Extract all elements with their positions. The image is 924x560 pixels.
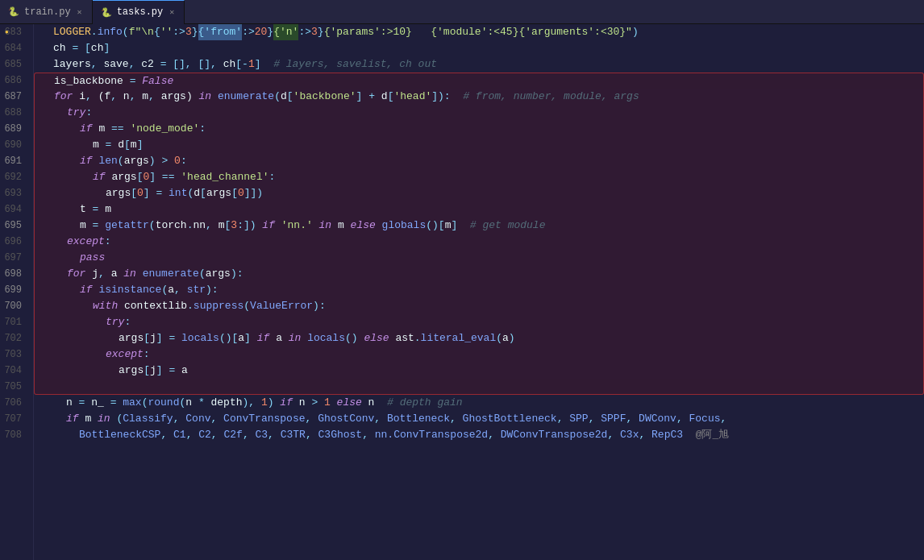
- line-692: 692: [3, 169, 27, 185]
- tab-label-2: tasks.py: [117, 6, 164, 18]
- line-686: 686: [3, 73, 27, 89]
- code-line-696: except:: [34, 234, 924, 250]
- code-line-708: BottleneckCSP, C1, C2, C2f, C3, C3TR, C3…: [34, 427, 924, 443]
- line-687: 687: [3, 89, 27, 105]
- code-line-706: n = n_ = max(round(n * depth), 1) if n >…: [34, 395, 924, 411]
- line-689: 689: [3, 121, 27, 137]
- line-numbers: 683 684 685 686 687 688 689 690 691 692 …: [0, 24, 34, 560]
- code-line-703: except:: [34, 346, 924, 363]
- line-702: 702: [3, 330, 27, 346]
- line-688: 688: [3, 105, 27, 121]
- line-685: 685: [3, 56, 27, 73]
- code-line-702: args[j] = locals()[a] if a in locals() e…: [34, 330, 924, 346]
- line-708: 708: [3, 427, 27, 443]
- line-694: 694: [3, 201, 27, 218]
- code-line-691: if len(args) > 0:: [34, 153, 924, 169]
- line-696: 696: [3, 234, 27, 250]
- line-704: 704: [3, 363, 27, 379]
- line-699: 699: [3, 282, 27, 298]
- line-693: 693: [3, 185, 27, 201]
- code-line-695: m = getattr(torch.nn, m[3:]) if 'nn.' in…: [34, 218, 924, 234]
- py-icon-1: 🐍: [8, 6, 19, 17]
- tab-close-1[interactable]: ✕: [76, 6, 84, 18]
- tab-tasks-py[interactable]: 🐍 tasks.py ✕: [93, 0, 185, 24]
- code-area[interactable]: LOGGER.info(f"\n{'':>3}{'from':>20}{'n':…: [34, 24, 924, 560]
- code-line-683: LOGGER.info(f"\n{'':>3}{'from':>20}{'n':…: [34, 24, 924, 40]
- code-line-700: with contextlib.suppress(ValueError):: [34, 298, 924, 314]
- code-line-698: for j, a in enumerate(args):: [34, 266, 924, 282]
- py-icon-2: 🐍: [101, 7, 112, 18]
- code-line-694: t = m: [34, 201, 924, 218]
- code-line-690: m = d[m]: [34, 137, 924, 153]
- line-706: 706: [3, 395, 27, 411]
- line-684: 684: [3, 40, 27, 56]
- tab-train-py[interactable]: 🐍 train.py ✕: [0, 0, 93, 24]
- line-705: 705: [3, 379, 27, 395]
- line-703: 703: [3, 346, 27, 363]
- code-line-697: pass: [34, 250, 924, 266]
- code-line-701: try:: [34, 314, 924, 330]
- code-line-699: if isinstance(a, str):: [34, 282, 924, 298]
- code-line-692: if args[0] == 'head_channel':: [34, 169, 924, 185]
- editor: 683 684 685 686 687 688 689 690 691 692 …: [0, 24, 924, 560]
- line-697: 697: [3, 250, 27, 266]
- code-line-687: for i, (f, n, m, args) in enumerate(d['b…: [34, 89, 924, 105]
- code-line-705: [34, 379, 924, 395]
- line-700: 700: [3, 298, 27, 314]
- tab-label-1: train.py: [24, 6, 71, 18]
- line-698: 698: [3, 266, 27, 282]
- line-701: 701: [3, 314, 27, 330]
- code-line-693: args[0] = int(d[args[0]]): [34, 185, 924, 201]
- line-691: 691: [3, 153, 27, 169]
- tab-bar: 🐍 train.py ✕ 🐍 tasks.py ✕: [0, 0, 924, 24]
- code-line-704: args[j] = a: [34, 363, 924, 379]
- line-690: 690: [3, 137, 27, 153]
- code-line-685: layers, save, c2 = [], [], ch[-1] # laye…: [34, 56, 924, 73]
- code-line-686: is_backbone = False: [34, 73, 924, 89]
- code-line-684: ch = [ch]: [34, 40, 924, 56]
- tab-close-2[interactable]: ✕: [168, 6, 176, 18]
- line-695: 695: [3, 218, 27, 234]
- line-707: 707: [3, 411, 27, 427]
- code-line-688: try:: [34, 105, 924, 121]
- code-line-689: if m == 'node_mode':: [34, 121, 924, 137]
- line-683: 683: [3, 24, 27, 40]
- code-line-707: if m in (Classify, Conv, ConvTranspose, …: [34, 411, 924, 427]
